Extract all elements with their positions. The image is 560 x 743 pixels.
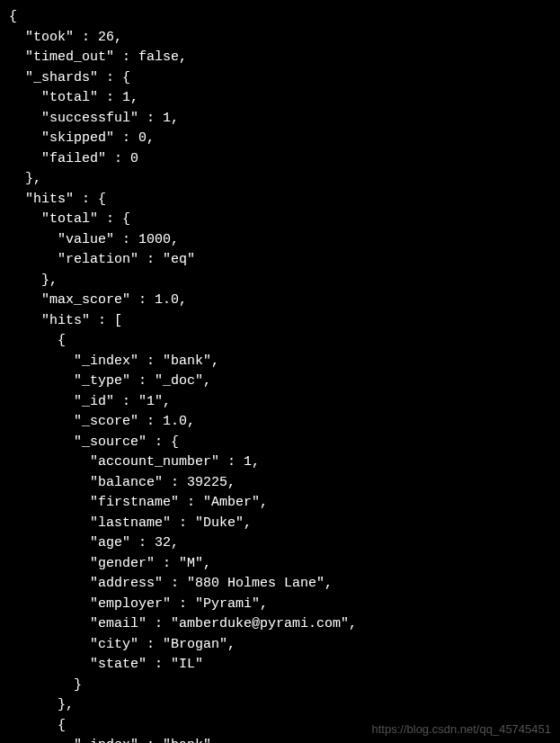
code-line: "hits" : { (9, 192, 106, 207)
code-line: "_source" : { (9, 434, 179, 450)
code-line: "skipped" : 0, (9, 130, 155, 146)
code-line: "value" : 1000, (9, 232, 179, 247)
code-line: "total" : { (9, 211, 130, 227)
code-line: } (9, 677, 82, 693)
code-line: "email" : "amberduke@pyrami.com", (9, 616, 357, 631)
code-line: "_type" : "_doc", (9, 373, 211, 389)
code-line: { (9, 718, 66, 733)
code-line: }, (9, 171, 41, 186)
code-line: "timed_out" : false, (9, 49, 187, 65)
code-line: }, (9, 697, 74, 712)
code-line: "_score" : 1.0, (9, 414, 195, 429)
code-line: "took" : 26, (9, 30, 122, 45)
code-line: "successful" : 1, (9, 111, 179, 126)
code-line: "max_score" : 1.0, (9, 292, 187, 308)
json-output: { "took" : 26, "timed_out" : false, "_sh… (9, 7, 551, 743)
code-line: "_shards" : { (9, 70, 130, 85)
code-line: "hits" : [ (9, 313, 122, 328)
code-line: "employer" : "Pyrami", (9, 596, 268, 612)
code-line: "lastname" : "Duke", (9, 515, 252, 531)
watermark-text: https://blog.csdn.net/qq_45745451 (372, 721, 552, 739)
code-line: "firstname" : "Amber", (9, 495, 268, 510)
code-line: "_index" : "bank", (9, 354, 219, 369)
code-line: }, (9, 273, 58, 288)
code-line: "city" : "Brogan", (9, 637, 236, 652)
code-line: "_id" : "1", (9, 394, 171, 409)
code-line: "balance" : 39225, (9, 475, 236, 490)
code-line: "total" : 1, (9, 90, 138, 105)
code-line: "relation" : "eq" (9, 252, 195, 267)
code-line: "failed" : 0 (9, 151, 138, 166)
code-line: { (9, 9, 17, 24)
code-line: "address" : "880 Holmes Lane", (9, 576, 333, 591)
code-line: "age" : 32, (9, 535, 179, 551)
code-line: "state" : "IL" (9, 657, 203, 672)
code-line: "_index" : "bank", (9, 738, 219, 743)
code-line: { (9, 333, 66, 348)
code-line: "account_number" : 1, (9, 454, 260, 470)
code-line: "gender" : "M", (9, 556, 211, 571)
